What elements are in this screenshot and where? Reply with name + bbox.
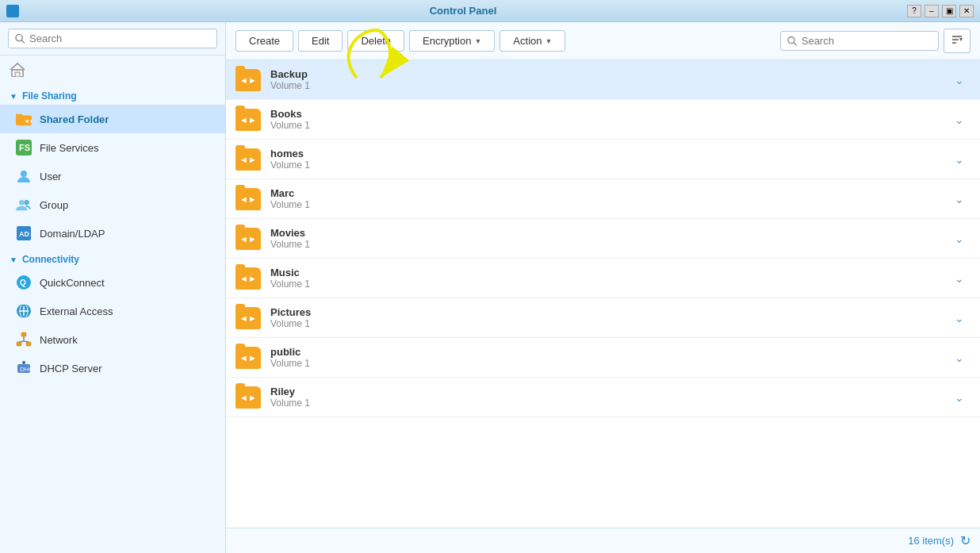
share-symbol: ◄► [239,194,257,204]
folder-volume: Volume 1 [270,120,939,131]
svg-point-9 [21,171,27,177]
table-row[interactable]: ◄► Marc Volume 1 ⌄ [226,179,980,219]
folder-info: homes Volume 1 [270,148,939,171]
svg-line-23 [24,341,29,342]
create-button[interactable]: Create [235,30,293,52]
folder-info: Movies Volume 1 [270,227,939,250]
toolbar-search-input[interactable] [802,35,932,47]
table-row[interactable]: ◄► Movies Volume 1 ⌄ [226,219,980,259]
sidebar-item-domain-ldap[interactable]: AD Domain/LDAP [0,219,225,248]
folder-icon: ◄► [235,69,261,91]
sidebar-item-external-access[interactable]: External Access [0,297,225,325]
folder-icon: ◄► [235,386,261,409]
svg-point-28 [788,37,794,44]
share-symbol: ◄► [239,75,257,85]
expand-icon[interactable]: ⌄ [948,269,970,288]
expand-icon[interactable]: ⌄ [948,348,970,367]
minimize-button[interactable]: – [924,5,939,17]
sidebar-item-shared-folder[interactable]: ◄► Shared Folder [0,105,225,133]
app-icon [6,5,19,17]
expand-icon[interactable]: ⌄ [948,71,970,90]
folder-icon: ◄► [235,188,261,210]
encryption-button[interactable]: Encryption ▼ [409,30,495,52]
sidebar-item-domain-label: Domain/LDAP [40,228,105,240]
svg-rect-3 [15,72,20,77]
delete-button[interactable]: Delete [347,30,404,52]
sidebar-search-box[interactable] [8,29,217,48]
edit-button[interactable]: Edit [298,30,343,52]
expand-icon[interactable]: ⌄ [948,150,970,169]
folder-volume: Volume 1 [270,358,939,369]
share-symbol: ◄► [239,155,257,164]
expand-icon[interactable]: ⌄ [948,229,970,248]
section-connectivity[interactable]: ▼ Connectivity [0,248,225,268]
folder-info: Riley Volume 1 [270,386,939,409]
expand-icon[interactable]: ⌄ [948,110,970,129]
sidebar-item-network[interactable]: Network [0,325,225,354]
folder-name: homes [270,148,939,159]
svg-rect-18 [21,332,26,336]
search-icon [15,33,25,44]
action-button[interactable]: Action ▼ [500,30,565,52]
folder-info: Books Volume 1 [270,108,939,131]
toolbar-search-box[interactable] [780,31,939,51]
table-row[interactable]: ◄► homes Volume 1 ⌄ [226,140,980,179]
svg-rect-20 [26,342,31,346]
maximize-button[interactable]: ▣ [942,5,956,17]
chevron-down-icon: ▼ [10,92,17,101]
share-symbol: ◄► [239,115,257,125]
section-file-sharing[interactable]: ▼ File Sharing [0,84,225,105]
folder-name: Books [270,108,939,120]
folder-icon: ◄► [235,109,261,131]
close-button[interactable]: ✕ [959,5,974,17]
sidebar: ▼ File Sharing ◄► Shared Folder FS [0,22,226,553]
folder-volume: Volume 1 [270,397,939,409]
table-row[interactable]: ◄► Riley Volume 1 ⌄ [226,378,980,417]
folder-name: Riley [270,386,939,397]
sidebar-item-quickconnect[interactable]: Q QuickConnect [0,268,225,297]
sidebar-item-group-label: Group [40,199,68,211]
sidebar-search-input[interactable] [29,33,210,44]
expand-icon[interactable]: ⌄ [948,388,970,407]
table-row[interactable]: ◄► Pictures Volume 1 ⌄ [226,298,980,338]
folder-name: Marc [270,187,939,199]
table-row[interactable]: ◄► public Volume 1 ⌄ [226,338,980,378]
refresh-button[interactable]: ↻ [960,533,970,548]
expand-icon[interactable]: ⌄ [948,190,970,209]
svg-text:DHCP: DHCP [20,366,32,373]
expand-icon[interactable]: ⌄ [948,309,970,328]
share-symbol: ◄► [239,313,257,323]
shared-folder-icon: ◄► [16,111,32,127]
group-icon [16,197,32,213]
folder-name: public [270,346,939,358]
sidebar-item-dhcp[interactable]: DHCP DHCP Server [0,354,225,382]
folder-icon: ◄► [235,228,261,250]
sidebar-item-user[interactable]: User [0,162,225,190]
svg-point-25 [22,361,25,364]
external-access-icon [16,303,32,319]
sort-button[interactable] [944,29,970,53]
sidebar-item-home[interactable] [0,56,225,84]
table-row[interactable]: ◄► Backup Volume 1 ⌄ [226,60,980,100]
help-button[interactable]: ? [907,5,921,17]
section-connectivity-label: Connectivity [22,254,79,265]
share-symbol: ◄► [239,234,257,244]
sidebar-item-group[interactable]: Group [0,190,225,219]
sidebar-item-file-services[interactable]: FS File Services [0,133,225,162]
table-row[interactable]: ◄► Books Volume 1 ⌄ [226,100,980,140]
table-row[interactable]: ◄► Music Volume 1 ⌄ [226,259,980,298]
folder-info: public Volume 1 [270,346,939,369]
home-icon [10,62,25,78]
share-symbol: ◄► [239,353,257,363]
svg-text:Q: Q [20,278,26,287]
quickconnect-icon: Q [16,275,32,290]
svg-line-1 [21,40,25,44]
dhcp-icon: DHCP [16,360,32,376]
folder-info: Pictures Volume 1 [270,306,939,329]
share-symbol: ◄► [239,393,257,402]
folder-volume: Volume 1 [270,199,939,210]
folder-volume: Volume 1 [270,278,939,290]
item-count: 16 item(s) [908,535,954,547]
svg-point-11 [24,200,29,205]
encryption-dropdown-arrow: ▼ [474,37,481,45]
